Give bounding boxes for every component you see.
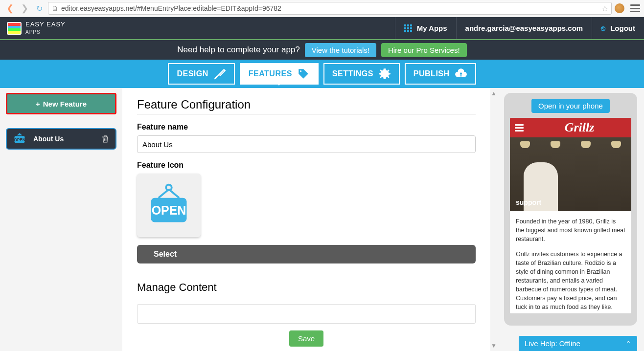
extension-icon[interactable] [615,3,624,13]
app-title: Grillz [532,120,626,135]
trash-icon[interactable] [101,134,110,143]
brush-icon [213,67,226,80]
panel-title: Feature Configuration [137,98,476,115]
bookmark-icon[interactable]: ☆ [601,4,608,13]
feature-name-label: Feature name [137,123,476,132]
banner-image: support [510,137,631,211]
feature-config-panel: Feature Configuration Feature name Featu… [122,88,490,351]
feature-icon-preview: OPEN [137,174,201,237]
address-bar[interactable]: 🗎 editor.easyeasyapps.net/#MenuEntryPlac… [48,2,612,15]
tab-features[interactable]: FEATURES [240,63,319,85]
logout-link[interactable]: ⎋ Logout [592,17,644,39]
phone-preview: Open in your phone Grillz support Founde… [504,93,637,326]
svg-text:OPEN: OPEN [14,138,25,142]
app-content: Founded in the year of 1980, Grillz is t… [510,211,631,313]
url-text: editor.easyeasyapps.net/#MenuEntryPlace:… [61,4,598,12]
help-bar: Need help to complete your app? View the… [0,39,644,60]
logo-text: EASY EASYAPPS [25,21,66,35]
app-header: Grillz [510,118,631,137]
browser-menu-icon[interactable] [630,4,640,12]
menu-icon[interactable] [515,124,524,132]
save-button[interactable]: Save [289,330,323,347]
tab-design[interactable]: DESIGN [168,63,234,85]
logo-icon [7,22,22,35]
scrollbar[interactable]: ▲ ▼ [490,88,497,351]
feature-name-input[interactable] [137,135,476,153]
features-sidebar: + New Feature OPEN About Us [0,88,122,351]
scroll-up-icon[interactable]: ▲ [491,90,497,97]
grid-icon [404,24,412,32]
logout-icon: ⎋ [601,24,605,32]
page-icon: 🗎 [51,4,58,12]
preview-column: Open in your phone Grillz support Founde… [497,88,644,351]
content-paragraph: Grillz invites customers to experience a… [516,250,625,312]
logo[interactable]: EASY EASYAPPS [0,21,66,35]
back-button[interactable]: ❮ [4,2,16,14]
manage-content-title: Manage Content [137,281,476,297]
open-sign-icon: OPEN [145,182,192,229]
svg-text:OPEN: OPEN [152,203,186,217]
banner-label: support [516,198,541,206]
sidebar-item-label: About Us [33,135,64,143]
view-tutorials-button[interactable]: View the tutorials! [305,43,376,57]
svg-point-0 [300,70,301,72]
reload-button[interactable]: ↻ [33,2,45,14]
main-nav: DESIGN FEATURES SETTINGS PUBLISH [0,60,644,88]
user-email[interactable]: andre.garcia@easyeasyapps.com [456,17,592,39]
feature-icon-label: Feature Icon [137,161,476,170]
content-editor[interactable] [137,304,476,324]
live-help-bar[interactable]: Live Help: Offline ⌃ [519,336,637,351]
chevron-up-icon: ⌃ [625,340,631,348]
phone-screen: Grillz support Founded in the year of 19… [510,118,631,313]
app-topbar: EASY EASYAPPS My Apps andre.garcia@easye… [0,17,644,39]
content-paragraph: Founded in the year of 1980, Grillz is t… [516,217,625,243]
browser-toolbar: ❮ ❯ ↻ 🗎 editor.easyeasyapps.net/#MenuEnt… [0,0,644,17]
cloud-upload-icon [455,67,467,80]
main-area: + New Feature OPEN About Us Feature Conf… [0,88,644,351]
live-help-label: Live Help: Offline [525,339,580,348]
gear-icon [378,67,391,80]
forward-button[interactable]: ❯ [19,2,30,14]
select-icon-button[interactable]: Select [137,245,476,263]
tags-icon [297,67,310,80]
sidebar-item-about-us[interactable]: OPEN About Us [6,128,116,150]
hire-pro-button[interactable]: Hire our Pro Services! [381,43,467,57]
open-sign-icon: OPEN [13,132,26,146]
my-apps-link[interactable]: My Apps [395,17,456,39]
help-text: Need help to complete your app? [177,45,299,55]
new-feature-button[interactable]: + New Feature [6,93,116,114]
plus-icon: + [36,100,40,108]
tab-settings[interactable]: SETTINGS [323,63,400,85]
scroll-down-icon[interactable]: ▼ [491,342,497,349]
open-in-phone-button[interactable]: Open in your phone [531,99,610,113]
tab-publish[interactable]: PUBLISH [405,63,476,85]
